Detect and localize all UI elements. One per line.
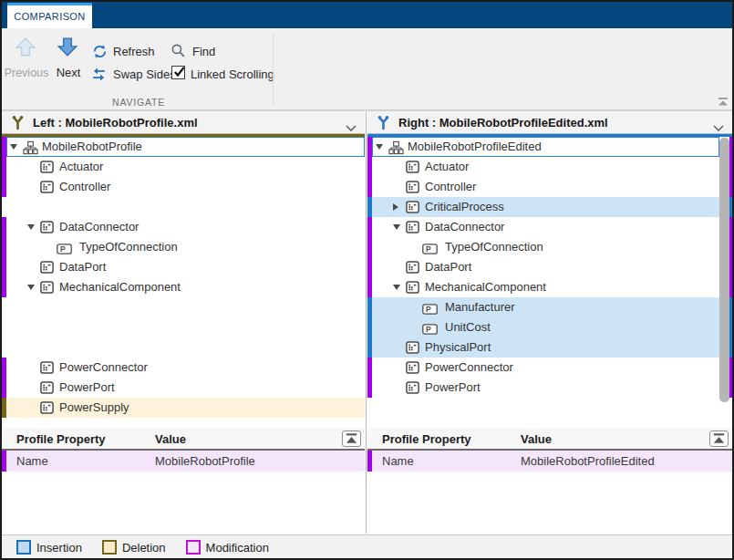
tree-item-label: Manufacturer (445, 297, 515, 317)
profile-icon (23, 140, 38, 159)
tree-item-DataPort[interactable]: DataPort (367, 257, 732, 277)
tab-comparison[interactable]: COMPARISON (7, 3, 92, 28)
column-profile-property: Profile Property (382, 432, 471, 446)
stereotype-icon (406, 281, 419, 297)
scrollbar-diff-marker-insertion (729, 297, 732, 358)
expander-expanded-icon[interactable] (393, 224, 400, 230)
profile-icon (388, 140, 404, 159)
tree-item-label: DataPort (425, 257, 471, 277)
previous-button[interactable]: Previous (2, 66, 51, 80)
tree-item-MechanicalComponent[interactable]: MechanicalComponent (367, 277, 732, 297)
collapse-ribbon-icon[interactable] (717, 94, 729, 110)
property-value-cell: MobileRobotProfileEdited (521, 451, 655, 472)
tree-item-label: DataConnector (59, 217, 139, 237)
tree-item-PhysicalPort[interactable]: PhysicalPort (367, 337, 732, 358)
find-button[interactable]: Find (192, 45, 215, 59)
tree-item-label: MechanicalComponent (59, 277, 181, 297)
stereotype-icon (406, 261, 419, 277)
tree-item-label: CriticalProcess (425, 197, 504, 217)
tree-item-label: PowerPort (59, 378, 115, 398)
property-icon: P (422, 302, 438, 318)
scrollbar-diff-marker-insertion (729, 197, 732, 217)
tree-item-UnitCost[interactable]: PUnitCost (367, 317, 732, 337)
legend-swatch-insertion (16, 540, 31, 555)
scrollbar-diff-marker-modification (729, 358, 732, 398)
next-arrow-icon[interactable] (57, 36, 78, 62)
tree-item-label: DataPort (59, 257, 106, 277)
previous-arrow-icon[interactable] (15, 36, 36, 62)
tree-item-CriticalProcess[interactable]: CriticalProcess (367, 197, 732, 217)
stereotype-icon (40, 181, 54, 197)
tree-item-DataConnector[interactable]: DataConnector (367, 217, 732, 237)
tree-item-MobileRobotProfileEdited[interactable]: MobileRobotProfileEdited (367, 137, 732, 157)
stereotype-icon (406, 381, 419, 398)
left-tree: MobileRobotProfileActuatorControllerData… (2, 134, 365, 422)
left-panel-header[interactable]: Left : MobileRobotProfile.xml (2, 110, 365, 134)
swap-sides-icon[interactable] (91, 67, 107, 86)
toolbar: Previous Next Refresh Swap Sides (0, 28, 734, 110)
column-profile-property: Profile Property (16, 432, 106, 446)
tree-item-PowerPort[interactable]: PowerPort (367, 378, 732, 398)
tree-item-Controller[interactable]: Controller (2, 177, 365, 197)
property-name-cell: Name (16, 451, 48, 472)
expander-expanded-icon[interactable] (376, 144, 383, 150)
svg-text:P: P (426, 325, 431, 334)
expander-collapsed-icon[interactable] (393, 203, 398, 211)
tree-item-MechanicalComponent[interactable]: MechanicalComponent (2, 277, 365, 297)
tree-item-TypeOfConnection[interactable]: PTypeOfConnection (2, 237, 365, 257)
swap-sides-button[interactable]: Swap Sides (113, 67, 176, 82)
tree-item-label: Actuator (59, 157, 103, 177)
tree-item-Actuator[interactable]: Actuator (2, 157, 365, 177)
tree-item-PowerConnector[interactable]: PowerConnector (2, 358, 365, 378)
tree-item-label: TypeOfConnection (445, 237, 543, 257)
tree-item-TypeOfConnection[interactable]: PTypeOfConnection (367, 237, 732, 257)
svg-text:P: P (426, 305, 431, 314)
tree-item-Actuator[interactable]: Actuator (367, 157, 732, 177)
tree-item-DataPort[interactable]: DataPort (2, 257, 365, 277)
branch-icon (377, 115, 390, 134)
collapse-panel-button[interactable] (709, 430, 729, 447)
property-row[interactable]: NameMobileRobotProfile (2, 451, 365, 472)
tree-item-label: Controller (59, 177, 110, 197)
legend-swatch-modification (186, 540, 201, 555)
refresh-icon[interactable] (92, 44, 108, 63)
expander-expanded-icon[interactable] (27, 224, 35, 230)
tree-item-PowerSupply[interactable]: PowerSupply (2, 398, 365, 418)
navigate-section-label: NAVIGATE (9, 97, 268, 108)
stereotype-icon (406, 361, 419, 378)
linked-scrolling-checkbox[interactable] (171, 66, 185, 79)
tree-item-label: PowerConnector (59, 358, 148, 378)
legend-item-deletion: Deletion (102, 540, 166, 555)
column-value: Value (155, 432, 186, 446)
property-icon: P (57, 242, 72, 258)
left-property-panel: Profile Property Value NameMobileRobotPr… (2, 426, 365, 534)
stereotype-icon (40, 261, 54, 277)
scrollbar-thumb[interactable] (719, 138, 729, 402)
collapse-panel-button[interactable] (342, 430, 361, 447)
tree-item-Controller[interactable]: Controller (367, 177, 732, 197)
property-icon: P (422, 322, 438, 338)
expander-expanded-icon[interactable] (393, 285, 400, 290)
stereotype-icon (40, 161, 54, 177)
linked-scrolling-label[interactable]: Linked Scrolling (191, 67, 274, 82)
property-row[interactable]: NameMobileRobotProfileEdited (367, 451, 732, 472)
tree-item-MobileRobotProfile[interactable]: MobileRobotProfile (2, 137, 365, 157)
stereotype-icon (40, 281, 54, 297)
search-icon[interactable] (171, 43, 186, 62)
expander-expanded-icon[interactable] (10, 144, 17, 150)
stereotype-icon (406, 161, 419, 177)
next-button[interactable]: Next (49, 66, 88, 80)
property-value-cell: MobileRobotProfile (155, 451, 255, 472)
tree-item-DataConnector[interactable]: DataConnector (2, 217, 365, 237)
tree-item-label: PhysicalPort (425, 337, 491, 358)
tree-item-label: PowerPort (425, 378, 481, 398)
expander-expanded-icon[interactable] (27, 285, 35, 290)
tree-item-Manufacturer[interactable]: PManufacturer (367, 297, 732, 317)
right-panel-header[interactable]: Right : MobileRobotProfileEdited.xml (367, 110, 732, 134)
tree-item-PowerPort[interactable]: PowerPort (2, 378, 365, 398)
column-value: Value (521, 432, 552, 446)
refresh-button[interactable]: Refresh (113, 45, 155, 59)
tree-item-label: Actuator (425, 157, 469, 177)
tree-item-PowerConnector[interactable]: PowerConnector (367, 358, 732, 378)
toolbar-separator (273, 33, 274, 106)
